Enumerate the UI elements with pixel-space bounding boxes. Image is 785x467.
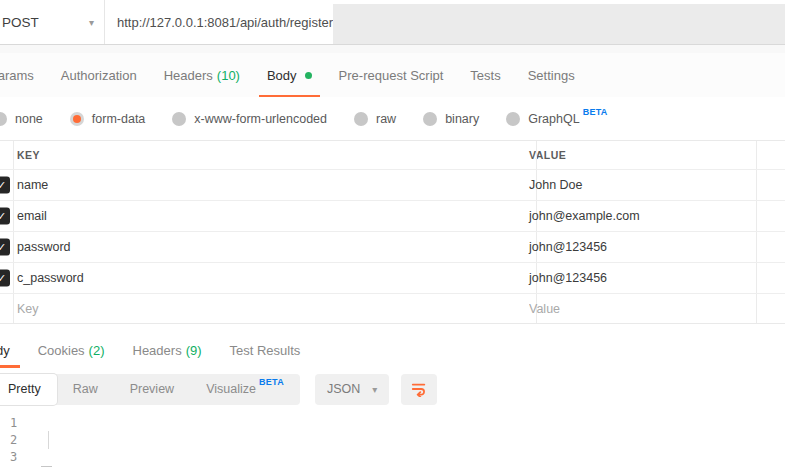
- body-type-row: none form-data x-www-form-urlencoded raw…: [0, 97, 785, 140]
- row-checkbox[interactable]: ✓: [0, 270, 10, 287]
- new-key-input[interactable]: [17, 302, 499, 316]
- radio-graphql[interactable]: GraphQL BETA: [506, 112, 607, 126]
- response-toolbar: Pretty Raw Preview Visualize BETA JSON ▾: [0, 368, 785, 410]
- line-number: 1: [10, 415, 42, 432]
- view-label: Raw: [73, 382, 98, 396]
- radio-label: binary: [445, 112, 479, 126]
- new-value-cell: [519, 302, 785, 316]
- table-row: ✓ password john@123456: [0, 231, 785, 262]
- headers-count-badge: (10): [217, 68, 240, 83]
- check-icon: ✓: [0, 210, 6, 223]
- url-input[interactable]: [105, 0, 333, 44]
- tab-label: Authorization: [61, 68, 137, 83]
- new-key-cell: [0, 302, 519, 316]
- beta-badge: BETA: [583, 107, 608, 117]
- row-checkbox[interactable]: ✓: [0, 177, 10, 194]
- request-bar: POST ▾: [0, 0, 785, 45]
- chevron-down-icon: ▾: [372, 384, 377, 395]
- tab-tests[interactable]: Tests: [470, 53, 500, 97]
- radio-icon: [354, 112, 368, 126]
- form-data-table: KEY VALUE ✓ name John Doe ✓ email john@e…: [0, 140, 785, 324]
- radio-label: form-data: [92, 112, 146, 126]
- chevron-down-icon: ▾: [89, 17, 94, 28]
- radio-selected-icon: [70, 112, 84, 126]
- view-switcher: Pretty Raw Preview Visualize BETA: [0, 374, 300, 405]
- radio-icon: [172, 112, 186, 126]
- view-preview[interactable]: Preview: [114, 374, 190, 405]
- method-dropdown[interactable]: POST ▾: [0, 0, 104, 44]
- line-numbers: 1 2 3: [0, 415, 42, 467]
- line-number: 2: [10, 432, 42, 449]
- cookies-count-badge: (2): [89, 343, 105, 358]
- tab-label: Test Results: [230, 343, 301, 358]
- key-cell[interactable]: c_password: [0, 271, 519, 285]
- tab-label: Headers: [133, 343, 182, 358]
- format-label: JSON: [327, 382, 360, 396]
- value-cell[interactable]: John Doe: [519, 178, 785, 192]
- new-value-input[interactable]: [529, 302, 775, 316]
- tab-label: Pre-request Script: [339, 68, 444, 83]
- wrap-text-icon: [411, 381, 427, 397]
- view-label: Pretty: [8, 382, 41, 396]
- beta-badge: BETA: [259, 377, 284, 387]
- radio-none[interactable]: none: [0, 112, 43, 126]
- line-number: 3: [10, 449, 42, 466]
- tab-pre-request-script[interactable]: Pre-request Script: [339, 53, 444, 97]
- radio-binary[interactable]: binary: [423, 112, 479, 126]
- tab-label: Cookies: [38, 343, 85, 358]
- response-tab-test-results[interactable]: Test Results: [230, 332, 301, 368]
- key-cell[interactable]: email: [0, 209, 519, 223]
- value-cell[interactable]: john@123456: [519, 271, 785, 285]
- radio-form-data[interactable]: form-data: [70, 112, 146, 126]
- view-label: Preview: [130, 382, 174, 396]
- body-content-dot: [305, 72, 312, 79]
- wrap-text-button[interactable]: [401, 374, 437, 405]
- view-pretty[interactable]: Pretty: [0, 374, 57, 405]
- tab-params[interactable]: Params: [0, 53, 34, 97]
- new-row: [0, 293, 785, 323]
- radio-raw[interactable]: raw: [354, 112, 396, 126]
- key-cell[interactable]: name: [0, 178, 519, 192]
- tab-label: Headers: [164, 68, 213, 83]
- table-row: ✓ name John Doe: [0, 169, 785, 200]
- view-label: Visualize: [206, 382, 256, 396]
- json-code: { "message": "Successfully created user!…: [42, 415, 785, 467]
- request-bar-fill: [333, 4, 785, 44]
- check-icon: ✓: [0, 179, 6, 192]
- response-body-viewer: 1 2 3 { "message": "Successfully created…: [0, 410, 785, 467]
- radio-x-www-form-urlencoded[interactable]: x-www-form-urlencoded: [172, 112, 327, 126]
- radio-icon: [0, 112, 7, 126]
- tab-label: Tests: [470, 68, 500, 83]
- tab-label: Settings: [528, 68, 575, 83]
- view-raw[interactable]: Raw: [57, 374, 114, 405]
- tab-authorization[interactable]: Authorization: [61, 53, 137, 97]
- check-icon: ✓: [0, 272, 6, 285]
- radio-label: raw: [376, 112, 396, 126]
- table-header: KEY VALUE: [0, 141, 785, 169]
- key-cell[interactable]: password: [0, 240, 519, 254]
- format-dropdown[interactable]: JSON ▾: [315, 374, 389, 405]
- key-column-header: KEY: [0, 149, 519, 161]
- tab-label: Body: [0, 343, 10, 358]
- radio-icon: [423, 112, 437, 126]
- tab-headers[interactable]: Headers (10): [164, 53, 240, 97]
- response-tab-body[interactable]: Body: [0, 332, 10, 368]
- value-column-header: VALUE: [519, 149, 785, 161]
- row-checkbox[interactable]: ✓: [0, 208, 10, 225]
- response-tab-headers[interactable]: Headers (9): [133, 332, 202, 368]
- table-row: ✓ c_password john@123456: [0, 262, 785, 293]
- value-cell[interactable]: john@example.com: [519, 209, 785, 223]
- view-visualize[interactable]: Visualize BETA: [190, 374, 300, 405]
- request-tabs: Params Authorization Headers (10) Body P…: [0, 53, 785, 97]
- response-tab-cookies[interactable]: Cookies (2): [38, 332, 105, 368]
- radio-label: GraphQL: [528, 112, 579, 126]
- tab-settings[interactable]: Settings: [528, 53, 575, 97]
- value-cell[interactable]: john@123456: [519, 240, 785, 254]
- row-checkbox[interactable]: ✓: [0, 239, 10, 256]
- tab-label: Params: [0, 68, 34, 83]
- tab-body[interactable]: Body: [267, 53, 312, 97]
- radio-icon: [506, 112, 520, 126]
- table-row: ✓ email john@example.com: [0, 200, 785, 231]
- radio-label: x-www-form-urlencoded: [194, 112, 327, 126]
- check-icon: ✓: [0, 241, 6, 254]
